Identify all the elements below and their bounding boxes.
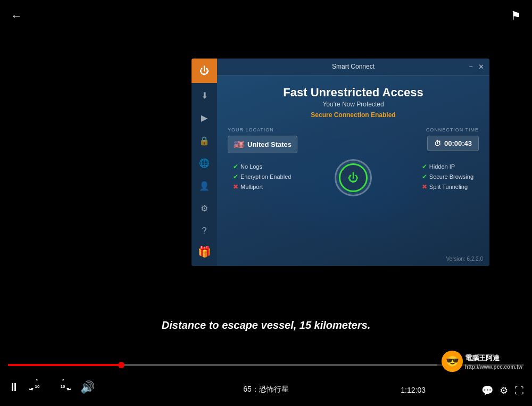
check-icon-2: ✔	[233, 173, 238, 180]
rewind-icon: 10	[29, 379, 45, 393]
right-controls: 💬 ⚙ ⛶	[481, 385, 524, 396]
download-icon: ⬇	[201, 90, 208, 101]
sidebar-gift-btn[interactable]: 🎁	[192, 242, 217, 262]
vpn-heading: Fast Unrestricted Access	[228, 86, 479, 100]
feature-split-tunneling: ✖ Split Tunneling	[422, 183, 473, 190]
user-icon: 👤	[199, 181, 210, 191]
vpn-window: ⏻ ⬇ ▶ 🔒 🌐 👤 ⚙ ? 🎁 Smart Connect	[192, 59, 489, 266]
back-button[interactable]: ←	[11, 9, 22, 23]
gear-icon: ⚙	[201, 203, 208, 213]
progress-dot	[118, 362, 124, 368]
forward-icon: 10	[55, 379, 71, 393]
feature-split-tunneling-label: Split Tunneling	[429, 184, 468, 190]
connection-time-display: ⏱ 00:00:43	[427, 136, 479, 151]
play-pause-button[interactable]: ⏸	[8, 380, 20, 394]
vpn-title: Smart Connect	[332, 63, 375, 70]
power-button-wrap: ⏻	[335, 159, 372, 196]
settings-button[interactable]: ⚙	[500, 385, 508, 396]
check-icon-1: ✔	[233, 163, 238, 170]
forward-button[interactable]: 10	[55, 379, 71, 396]
episode-label: 65：恐怖行星	[243, 385, 289, 394]
location-button[interactable]: 🇺🇸 United States	[228, 136, 297, 153]
check-icon-3: ✔	[422, 163, 427, 170]
sidebar-help-btn[interactable]: ?	[192, 221, 217, 241]
cross-icon-1: ✖	[233, 183, 238, 190]
watermark-badge: 😎 電腦王阿達 http://www.pcc.com.tw	[437, 349, 527, 374]
svg-text:10: 10	[35, 384, 40, 389]
watermark-face-icon: 😎	[442, 351, 463, 372]
help-icon: ?	[202, 226, 207, 236]
top-bar: ← ⚑	[0, 0, 532, 32]
vpn-main-content: Smart Connect − ✕ Fast Unrestricted Acce…	[217, 59, 489, 266]
sidebar-power-btn[interactable]: ⏻	[192, 59, 217, 83]
flag-button[interactable]: ⚑	[511, 9, 521, 23]
gift-icon: 🎁	[198, 245, 211, 258]
check-icon-4: ✔	[422, 173, 427, 180]
watermark-url: http://www.pcc.com.tw	[465, 364, 522, 370]
connection-time: 00:00:43	[444, 139, 472, 147]
sidebar-globe-btn[interactable]: 🌐	[192, 153, 217, 173]
features-right: ✔ Hidden IP ✔ Secure Browsing ✖ Split Tu…	[422, 163, 473, 193]
subtitle-area: Distance to escape vessel, 15 kilometers…	[0, 319, 532, 332]
power-circle-inner[interactable]: ⏻	[339, 163, 368, 192]
watermark: 😎 電腦王阿達 http://www.pcc.com.tw	[437, 349, 527, 374]
vpn-info-row: YOUR LOCATION 🇺🇸 United States ⏻	[228, 127, 479, 153]
progress-fill	[8, 364, 121, 366]
vpn-body: Fast Unrestricted Access You're Now Prot…	[217, 76, 489, 266]
connection-label: CONNECTION TIME	[353, 127, 479, 132]
vpn-connection-col: CONNECTION TIME ⏱ 00:00:43	[353, 127, 479, 151]
feature-encryption: ✔ Encryption Enabled	[233, 173, 291, 180]
sidebar-user-btn[interactable]: 👤	[192, 176, 217, 196]
vpn-status: Secure Connection Enabled	[228, 111, 479, 119]
sidebar-play-btn[interactable]: ▶	[192, 108, 217, 128]
main-power-icon: ⏻	[348, 172, 359, 184]
subtitle-text: Distance to escape vessel, 15 kilometers…	[162, 319, 370, 331]
globe-icon: 🌐	[199, 158, 210, 168]
vpn-titlebar: Smart Connect − ✕	[217, 59, 489, 76]
power-icon: ⏻	[200, 65, 209, 77]
svg-text:10: 10	[61, 384, 65, 389]
vpn-location-col: YOUR LOCATION 🇺🇸 United States	[228, 127, 353, 153]
watermark-site-name: 電腦王阿達	[465, 353, 522, 363]
volume-button[interactable]: 🔊	[80, 380, 95, 394]
feature-no-logs-label: No Logs	[240, 163, 262, 170]
power-circle-outer: ⏻	[335, 159, 372, 196]
sidebar-download-btn[interactable]: ⬇	[192, 85, 217, 105]
feature-secure-browsing: ✔ Secure Browsing	[422, 173, 473, 180]
rewind-button[interactable]: 10	[29, 379, 45, 396]
lock-icon: 🔒	[199, 136, 210, 146]
feature-secure-browsing-label: Secure Browsing	[429, 173, 473, 180]
feature-encryption-label: Encryption Enabled	[240, 173, 291, 180]
clock-icon: ⏱	[434, 139, 441, 147]
features-left: ✔ No Logs ✔ Encryption Enabled ✖ Multipo…	[233, 163, 291, 193]
feature-no-logs: ✔ No Logs	[233, 163, 291, 170]
fullscreen-button[interactable]: ⛶	[514, 385, 524, 396]
sidebar-lock-btn[interactable]: 🔒	[192, 130, 217, 151]
minimize-btn[interactable]: −	[469, 63, 473, 71]
close-btn[interactable]: ✕	[478, 63, 484, 71]
cross-icon-2: ✖	[422, 183, 427, 190]
us-flag: 🇺🇸	[234, 139, 244, 150]
location-label: YOUR LOCATION	[228, 127, 353, 132]
controls-bar: ⏸ 10 10 🔊 65：恐怖行星 💬 ⚙ ⛶	[0, 369, 532, 406]
vpn-version: Version: 6.2.2.0	[446, 256, 484, 262]
location-value: United States	[247, 140, 292, 148]
subtitles-button[interactable]: 💬	[481, 385, 493, 396]
vpn-subheading: You're Now Protected	[228, 101, 479, 108]
sidebar-settings-btn[interactable]: ⚙	[192, 198, 217, 219]
feature-hidden-ip: ✔ Hidden IP	[422, 163, 473, 170]
vpn-sidebar: ⏻ ⬇ ▶ 🔒 🌐 👤 ⚙ ? 🎁	[192, 59, 217, 266]
play-icon: ▶	[201, 113, 207, 123]
feature-hidden-ip-label: Hidden IP	[429, 163, 455, 170]
feature-multiport-label: Multiport	[240, 184, 263, 190]
feature-multiport: ✖ Multiport	[233, 183, 291, 190]
